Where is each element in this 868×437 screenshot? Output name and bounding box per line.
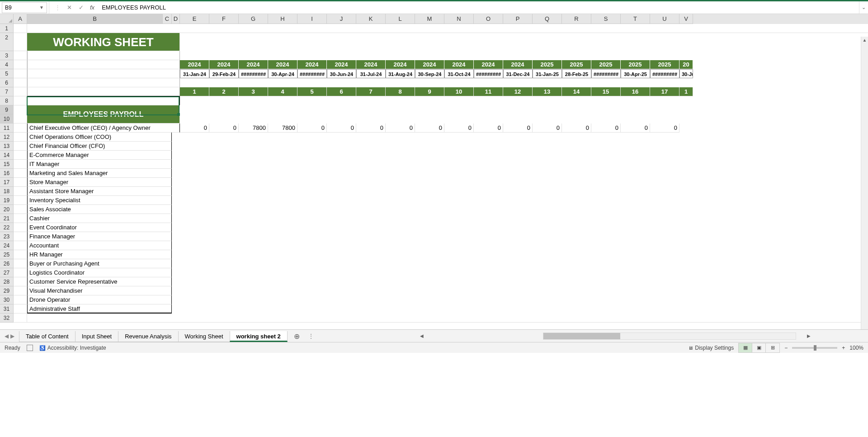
- value-cell[interactable]: 0: [180, 124, 209, 133]
- cell[interactable]: [27, 24, 868, 33]
- sheet-tabs-more-icon[interactable]: ⋮: [308, 332, 314, 340]
- col-header-H[interactable]: H: [268, 14, 297, 24]
- cell[interactable]: [14, 205, 27, 214]
- cell[interactable]: [27, 314, 868, 323]
- row-header-24[interactable]: 24: [0, 241, 14, 250]
- month-number-cell[interactable]: 6: [327, 87, 356, 96]
- value-cell[interactable]: 0: [209, 124, 239, 133]
- value-cell[interactable]: 0: [386, 124, 415, 133]
- row-header-11[interactable]: 11: [0, 124, 14, 133]
- row-header-6[interactable]: 6: [0, 78, 14, 87]
- month-number-cell[interactable]: 2: [209, 87, 239, 96]
- value-cell[interactable]: 7800: [268, 124, 297, 133]
- role-cell[interactable]: Inventory Specialist: [27, 196, 172, 205]
- row-header-13[interactable]: 13: [0, 142, 14, 151]
- zoom-out-button[interactable]: −: [784, 345, 788, 351]
- col-header-A[interactable]: A: [14, 14, 27, 24]
- col-header-N[interactable]: N: [444, 14, 474, 24]
- row-header-20[interactable]: 20: [0, 205, 14, 214]
- cell[interactable]: [14, 151, 27, 160]
- year-cell[interactable]: 2024: [209, 60, 239, 69]
- normal-view-icon[interactable]: ▦: [739, 343, 752, 352]
- hscroll-left-icon[interactable]: ◀: [418, 333, 425, 338]
- sheet-tab[interactable]: Table of Content: [19, 331, 75, 342]
- role-cell[interactable]: Store Manager: [27, 178, 172, 187]
- row-header-31[interactable]: 31: [0, 304, 14, 314]
- cell[interactable]: [14, 105, 27, 124]
- sheet-nav-prev-icon[interactable]: ◀: [5, 333, 9, 339]
- zoom-thumb[interactable]: [814, 345, 816, 351]
- row-header-4[interactable]: 4: [0, 60, 14, 69]
- date-cell[interactable]: 29-Feb-24: [209, 69, 239, 78]
- cell[interactable]: [14, 69, 27, 78]
- row-header-26[interactable]: 26: [0, 259, 14, 268]
- horizontal-scrollbar[interactable]: [543, 332, 796, 340]
- date-cell[interactable]: #########: [474, 69, 503, 78]
- role-cell[interactable]: Customer Service Representative: [27, 277, 172, 286]
- row-header-18[interactable]: 18: [0, 187, 14, 196]
- year-cell[interactable]: 2025: [591, 60, 621, 69]
- zoom-in-button[interactable]: +: [842, 345, 845, 351]
- sheet-tab[interactable]: Input Sheet: [75, 331, 119, 342]
- year-cell[interactable]: 2024: [444, 60, 474, 69]
- row-header-32[interactable]: 32: [0, 314, 14, 323]
- sheet-tab[interactable]: Working Sheet: [178, 331, 230, 342]
- year-cell[interactable]: 2024: [415, 60, 444, 69]
- row-header-29[interactable]: 29: [0, 286, 14, 295]
- cell[interactable]: [14, 214, 27, 223]
- row-header-28[interactable]: 28: [0, 277, 14, 286]
- value-cell[interactable]: 0: [650, 124, 679, 133]
- cell[interactable]: [14, 295, 27, 304]
- add-sheet-button[interactable]: ⊕: [291, 331, 303, 342]
- month-number-cell[interactable]: 7: [356, 87, 386, 96]
- cell[interactable]: [14, 60, 27, 69]
- sheet-nav-next-icon[interactable]: ▶: [10, 333, 14, 339]
- row-header-16[interactable]: 16: [0, 169, 14, 178]
- year-cell[interactable]: 2024: [327, 60, 356, 69]
- role-cell[interactable]: Logistics Coordinator: [27, 268, 172, 277]
- cell[interactable]: [14, 232, 27, 241]
- role-cell[interactable]: Visual Merchandiser: [27, 286, 172, 295]
- role-cell[interactable]: Chief Executive Officer (CEO) / Agency O…: [27, 124, 180, 133]
- month-number-cell[interactable]: 8: [386, 87, 415, 96]
- date-cell[interactable]: 31-Jan-25: [533, 69, 562, 78]
- role-cell[interactable]: IT Manager: [27, 160, 172, 169]
- date-cell[interactable]: 30-Jun-24: [327, 69, 356, 78]
- month-number-cell[interactable]: 3: [239, 87, 268, 96]
- col-header-S[interactable]: S: [591, 14, 621, 24]
- date-cell[interactable]: 30-Ju: [679, 69, 693, 78]
- cell[interactable]: [27, 60, 180, 69]
- col-header-Q[interactable]: Q: [533, 14, 562, 24]
- col-header-C[interactable]: C: [163, 14, 172, 24]
- value-cell[interactable]: 0: [621, 124, 650, 133]
- value-cell[interactable]: 0: [533, 124, 562, 133]
- col-header-E[interactable]: E: [180, 14, 209, 24]
- date-cell[interactable]: 28-Feb-25: [562, 69, 591, 78]
- row-header-25[interactable]: 25: [0, 250, 14, 259]
- role-cell[interactable]: Drone Operator: [27, 295, 172, 304]
- zoom-level[interactable]: 100%: [849, 345, 863, 351]
- month-number-cell[interactable]: 9: [415, 87, 444, 96]
- scroll-up-icon[interactable]: ▲: [861, 37, 868, 44]
- col-header-F[interactable]: F: [209, 14, 239, 24]
- cell[interactable]: [27, 69, 180, 78]
- col-header-R[interactable]: R: [562, 14, 591, 24]
- cell[interactable]: [27, 78, 180, 87]
- month-number-cell[interactable]: 4: [268, 87, 297, 96]
- col-header-O[interactable]: O: [474, 14, 503, 24]
- role-cell[interactable]: E-Commerce Manager: [27, 151, 172, 160]
- row-header-12[interactable]: 12: [0, 133, 14, 142]
- month-number-cell[interactable]: 10: [444, 87, 474, 96]
- cells-area[interactable]: WORKING SHEET202420242024202420242024202…: [14, 24, 868, 323]
- col-header-I[interactable]: I: [297, 14, 327, 24]
- name-box[interactable]: B9 ▼: [2, 2, 47, 13]
- role-cell[interactable]: Marketing and Sales Manager: [27, 169, 172, 178]
- accept-formula-icon[interactable]: ✓: [76, 4, 85, 11]
- row-header-8[interactable]: 8: [0, 96, 14, 105]
- role-cell[interactable]: Finance Manager: [27, 232, 172, 241]
- page-layout-view-icon[interactable]: ▣: [752, 343, 766, 352]
- cell[interactable]: [14, 223, 27, 232]
- cell[interactable]: [14, 24, 27, 33]
- cell[interactable]: [27, 51, 180, 60]
- cell[interactable]: [14, 268, 27, 277]
